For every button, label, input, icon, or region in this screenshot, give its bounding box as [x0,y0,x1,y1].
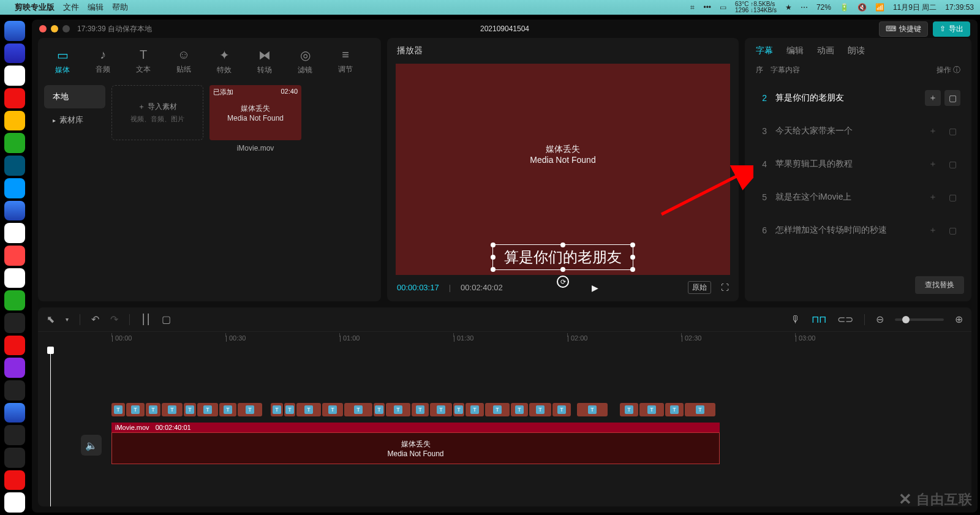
zoom-slider[interactable] [895,318,944,321]
dock-app-7[interactable] [4,156,25,176]
subtitle-segment[interactable]: T [529,403,551,416]
side-tab-1[interactable]: 编辑 [786,45,804,56]
subtitle-segment[interactable]: T [284,403,295,416]
subtitle-segment[interactable]: T [430,403,452,416]
subtitle-segment[interactable]: T [197,403,218,416]
media-tab-1[interactable]: ♪音频 [86,44,120,79]
subtitle-segment[interactable]: T [685,403,715,416]
app-name[interactable]: 剪映专业版 [15,2,55,13]
resize-handle-tr[interactable] [630,242,635,247]
subtitle-segment[interactable]: T [412,403,429,416]
dock-app-5[interactable] [4,111,25,131]
dock-app-19[interactable] [4,425,25,445]
side-tab-3[interactable]: 朗读 [848,45,865,56]
dock-app-3[interactable] [4,66,25,86]
subtitle-row-5[interactable]: 5就是在这个iMovie上＋▢ [751,181,965,214]
subtitle-segment[interactable]: T [552,403,571,416]
subtitle-segment[interactable]: T [511,403,528,416]
playhead[interactable] [50,347,51,506]
subtitle-track[interactable]: TTTTTTTTTTTTTTTTTTTTTTTTTTTT [111,402,971,419]
tool-dropdown-icon[interactable]: ▾ [66,316,69,323]
subtitle-overlay[interactable]: 算是你们的老朋友 ⟳ [492,244,633,270]
add-subtitle-icon[interactable]: ＋ [925,90,941,106]
media-sub-0[interactable]: 本地 [44,85,105,108]
timeline-ruler[interactable]: | 00:00| 00:30| 01:00| 01:30| 02:00| 02:… [111,332,971,347]
fullscreen-icon[interactable]: ⛶ [721,283,729,292]
zoom-in-icon[interactable]: ⊕ [955,314,963,325]
volume-icon[interactable]: 🔇 [858,3,867,12]
media-sub-1[interactable]: ▸ 素材库 [44,108,105,132]
menu-edit[interactable]: 编辑 [88,2,104,13]
resize-handle-bc[interactable] [560,267,565,272]
magnet-icon[interactable]: ⊓⊓ [812,314,826,325]
media-clip[interactable]: 已添加 02:40 媒体丢失 Media Not Found iMovie.mo… [209,85,301,295]
dock-app-2[interactable] [4,43,25,64]
close-window-icon[interactable] [39,25,47,32]
dock-app-9[interactable] [4,201,25,221]
subtitle-segment[interactable]: T [577,403,608,416]
add-subtitle-icon[interactable]: ＋ [925,156,941,172]
subtitle-segment[interactable]: T [620,403,638,416]
dock-app-21[interactable] [4,470,25,491]
dock-app-20[interactable] [4,448,25,468]
delete-subtitle-icon[interactable]: ▢ [944,156,960,172]
star-icon[interactable]: ★ [785,3,792,12]
minimize-window-icon[interactable] [51,25,58,32]
wifi-icon[interactable]: 📶 [875,3,884,12]
media-tab-4[interactable]: ✦特效 [207,44,241,79]
play-button-icon[interactable]: ▶ [592,283,598,293]
dock-app-10[interactable] [4,223,25,243]
delete-subtitle-icon[interactable]: ▢ [944,90,960,106]
dock-app-8[interactable] [4,178,25,198]
menubar-display-icon[interactable]: ▭ [720,3,726,12]
resize-handle-rc[interactable] [630,255,635,260]
info-icon[interactable]: ⓘ [953,65,960,75]
media-tab-2[interactable]: T文本 [126,44,160,79]
link-icon[interactable]: ⊂⊃ [837,314,853,325]
subtitle-segment[interactable]: T [639,403,664,416]
delete-tool-icon[interactable]: ▢ [162,314,171,325]
timeline-tracks[interactable]: TTTTTTTTTTTTTTTTTTTTTTTTTTTT 🔈 iMovie.mo… [38,347,971,506]
subtitle-row-2[interactable]: 2算是你们的老朋友＋▢ [751,81,965,115]
subtitle-segment[interactable]: T [111,403,125,416]
menu-help[interactable]: 帮助 [112,2,128,13]
mic-icon[interactable]: 🎙 [791,314,801,325]
subtitle-segment[interactable]: T [453,403,464,416]
subtitle-segment[interactable]: T [146,403,160,416]
pointer-tool-icon[interactable]: ⬉ [47,314,55,325]
menubar-dots-icon[interactable]: ••• [703,3,711,12]
subtitle-segment[interactable]: T [219,403,236,416]
media-tab-0[interactable]: ▭媒体 [45,44,80,79]
find-replace-button[interactable]: 查找替换 [915,276,964,294]
delete-subtitle-icon[interactable]: ▢ [944,189,960,205]
subtitle-segment[interactable]: T [162,403,183,416]
subtitle-segment[interactable]: T [322,403,343,416]
rotate-handle[interactable]: ⟳ [557,276,569,288]
zoom-window-icon[interactable] [62,25,70,32]
menu-file[interactable]: 文件 [63,2,79,13]
import-media-box[interactable]: ＋ 导入素材 视频、音频、图片 [111,85,203,140]
dock-app-12[interactable] [4,268,25,288]
dock-app-4[interactable] [4,88,25,108]
subtitle-segment[interactable]: T [126,403,145,416]
split-tool-icon[interactable]: ⎮⎮ [141,314,151,325]
dock-app-16[interactable] [4,358,25,378]
subtitle-segment[interactable]: T [344,403,372,416]
media-tab-3[interactable]: ☺贴纸 [167,44,201,79]
subtitle-segment[interactable]: T [271,403,283,416]
resize-handle-br[interactable] [630,267,635,272]
subtitle-segment[interactable]: T [386,403,410,416]
subtitle-row-4[interactable]: 4苹果剪辑工具的教程＋▢ [751,148,965,181]
subtitle-segment[interactable]: T [296,403,321,416]
delete-subtitle-icon[interactable]: ▢ [944,123,960,139]
subtitle-segment[interactable]: T [665,403,684,416]
dock-finder[interactable] [4,21,25,41]
subtitle-segment[interactable]: T [485,403,510,416]
shortcut-button[interactable]: ⌨ 快捷键 [879,21,928,37]
dock-app-18[interactable] [4,403,25,423]
media-tab-6[interactable]: ◎滤镜 [288,44,322,79]
add-subtitle-icon[interactable]: ＋ [925,123,941,139]
menubar-extra-icon[interactable]: ⋯ [801,3,808,12]
player-canvas[interactable]: 媒体丢失 Media Not Found 算是你们的老朋友 ⟳ [396,64,730,275]
resize-handle-tc[interactable] [560,242,565,247]
